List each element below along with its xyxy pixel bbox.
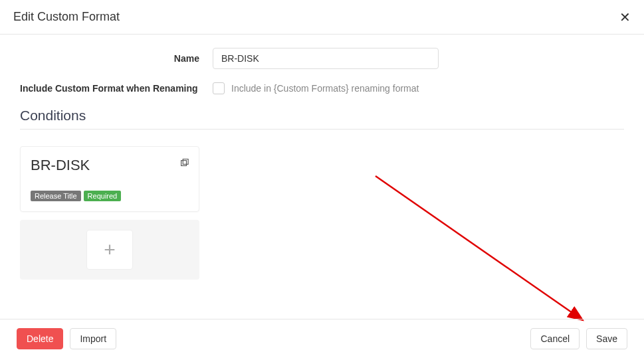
- add-condition-card: +: [20, 220, 199, 280]
- add-condition-button[interactable]: +: [86, 230, 133, 270]
- modal-footer: Delete Import Cancel Save: [0, 319, 644, 358]
- clone-icon[interactable]: [179, 159, 189, 168]
- modal-header: Edit Custom Format ✕: [0, 0, 644, 35]
- delete-button[interactable]: Delete: [17, 328, 63, 349]
- close-button[interactable]: ✕: [619, 11, 631, 24]
- include-checkbox-group: Include in {Custom Formats} renaming for…: [213, 82, 419, 94]
- name-input[interactable]: [213, 48, 439, 69]
- cancel-button[interactable]: Cancel: [530, 328, 580, 349]
- include-hint: Include in {Custom Formats} renaming for…: [231, 83, 419, 94]
- condition-card[interactable]: BR-DISK Release Title Required: [20, 146, 199, 212]
- svg-rect-1: [183, 159, 188, 164]
- plus-icon: +: [104, 240, 116, 260]
- conditions-divider: [20, 129, 624, 130]
- tag-required: Required: [84, 191, 122, 201]
- name-row: Name: [20, 48, 624, 69]
- condition-title: BR-DISK: [31, 157, 189, 174]
- modal-title: Edit Custom Format: [13, 10, 120, 24]
- footer-right: Cancel Save: [530, 328, 627, 349]
- close-icon: ✕: [619, 10, 631, 25]
- conditions-title: Conditions: [20, 108, 624, 124]
- conditions-grid: BR-DISK Release Title Required: [20, 146, 624, 212]
- import-button[interactable]: Import: [70, 328, 116, 349]
- include-checkbox[interactable]: [213, 82, 225, 94]
- footer-left: Delete Import: [17, 328, 116, 349]
- save-button[interactable]: Save: [586, 328, 627, 349]
- tag-release-title: Release Title: [31, 191, 81, 201]
- condition-tags: Release Title Required: [31, 191, 189, 201]
- include-row: Include Custom Format when Renaming Incl…: [20, 82, 624, 94]
- svg-rect-0: [181, 161, 187, 166]
- modal-body: Name Include Custom Format when Renaming…: [0, 35, 644, 293]
- include-label: Include Custom Format when Renaming: [20, 83, 213, 94]
- name-label: Name: [20, 53, 213, 64]
